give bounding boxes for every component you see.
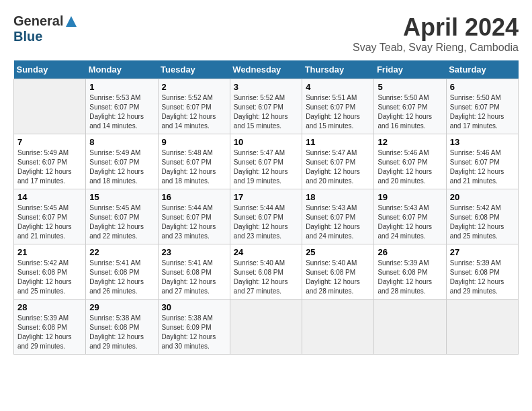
day-info: Sunrise: 5:39 AMSunset: 6:08 PMDaylight:… <box>450 259 515 296</box>
day-number: 10 <box>234 137 298 147</box>
calendar-week-row: 14Sunrise: 5:45 AMSunset: 6:07 PMDayligh… <box>14 189 519 244</box>
calendar-week-row: 21Sunrise: 5:42 AMSunset: 6:08 PMDayligh… <box>14 244 519 300</box>
calendar-cell: 19Sunrise: 5:43 AMSunset: 6:07 PMDayligh… <box>374 189 446 244</box>
day-number: 29 <box>89 302 154 312</box>
calendar-cell: 7Sunrise: 5:49 AMSunset: 6:07 PMDaylight… <box>14 134 86 189</box>
calendar-cell <box>446 300 518 355</box>
logo-blue-text: Blue <box>13 29 42 44</box>
day-number: 7 <box>17 137 82 147</box>
day-info: Sunrise: 5:49 AMSunset: 6:07 PMDaylight:… <box>89 148 154 186</box>
day-info: Sunrise: 5:45 AMSunset: 6:07 PMDaylight:… <box>89 203 154 241</box>
day-number: 15 <box>89 192 154 202</box>
day-info: Sunrise: 5:45 AMSunset: 6:07 PMDaylight:… <box>17 203 82 241</box>
calendar-week-row: 7Sunrise: 5:49 AMSunset: 6:07 PMDaylight… <box>14 134 519 189</box>
day-number: 30 <box>162 302 226 312</box>
day-info: Sunrise: 5:44 AMSunset: 6:07 PMDaylight:… <box>234 203 298 241</box>
day-number: 19 <box>378 192 442 202</box>
calendar-cell: 13Sunrise: 5:46 AMSunset: 6:07 PMDayligh… <box>446 134 518 189</box>
calendar-cell: 22Sunrise: 5:41 AMSunset: 6:08 PMDayligh… <box>86 244 158 300</box>
day-info: Sunrise: 5:53 AMSunset: 6:07 PMDaylight:… <box>89 93 154 131</box>
day-number: 6 <box>450 82 515 92</box>
day-info: Sunrise: 5:50 AMSunset: 6:07 PMDaylight:… <box>450 93 515 131</box>
day-info: Sunrise: 5:51 AMSunset: 6:07 PMDaylight:… <box>306 93 370 131</box>
day-info: Sunrise: 5:41 AMSunset: 6:08 PMDaylight:… <box>162 259 226 296</box>
day-info: Sunrise: 5:40 AMSunset: 6:08 PMDaylight:… <box>306 259 370 296</box>
calendar-cell: 11Sunrise: 5:47 AMSunset: 6:07 PMDayligh… <box>302 134 374 189</box>
logo: General Blue <box>13 13 78 44</box>
calendar-header-row: SundayMondayTuesdayWednesdayThursdayFrid… <box>14 60 519 79</box>
day-number: 9 <box>162 137 226 147</box>
day-info: Sunrise: 5:43 AMSunset: 6:07 PMDaylight:… <box>378 203 442 241</box>
day-number: 4 <box>306 82 370 92</box>
calendar-cell: 8Sunrise: 5:49 AMSunset: 6:07 PMDaylight… <box>86 134 158 189</box>
calendar-cell: 16Sunrise: 5:44 AMSunset: 6:07 PMDayligh… <box>158 189 230 244</box>
calendar-cell: 26Sunrise: 5:39 AMSunset: 6:08 PMDayligh… <box>374 244 446 300</box>
month-year-title: April 2024 <box>353 13 519 42</box>
calendar-cell: 6Sunrise: 5:50 AMSunset: 6:07 PMDaylight… <box>446 79 518 134</box>
day-info: Sunrise: 5:42 AMSunset: 6:08 PMDaylight:… <box>17 259 82 296</box>
calendar-cell <box>302 300 374 355</box>
day-number: 1 <box>89 82 154 92</box>
day-info: Sunrise: 5:46 AMSunset: 6:07 PMDaylight:… <box>378 148 442 186</box>
day-info: Sunrise: 5:44 AMSunset: 6:07 PMDaylight:… <box>162 203 226 241</box>
day-number: 20 <box>450 192 515 202</box>
calendar-cell: 30Sunrise: 5:38 AMSunset: 6:09 PMDayligh… <box>158 300 230 355</box>
day-info: Sunrise: 5:39 AMSunset: 6:08 PMDaylight:… <box>378 259 442 296</box>
header-thursday: Thursday <box>302 60 374 79</box>
header-saturday: Saturday <box>446 60 518 79</box>
day-info: Sunrise: 5:38 AMSunset: 6:09 PMDaylight:… <box>162 314 226 351</box>
header-wednesday: Wednesday <box>230 60 302 79</box>
calendar-cell: 5Sunrise: 5:50 AMSunset: 6:07 PMDaylight… <box>374 79 446 134</box>
day-number: 3 <box>234 82 298 92</box>
day-info: Sunrise: 5:47 AMSunset: 6:07 PMDaylight:… <box>306 148 370 186</box>
calendar-cell: 18Sunrise: 5:43 AMSunset: 6:07 PMDayligh… <box>302 189 374 244</box>
calendar-cell: 25Sunrise: 5:40 AMSunset: 6:08 PMDayligh… <box>302 244 374 300</box>
calendar-cell: 1Sunrise: 5:53 AMSunset: 6:07 PMDaylight… <box>86 79 158 134</box>
day-number: 2 <box>162 82 226 92</box>
calendar-table: SundayMondayTuesdayWednesdayThursdayFrid… <box>13 60 519 355</box>
day-number: 24 <box>234 247 298 257</box>
calendar-cell: 20Sunrise: 5:42 AMSunset: 6:08 PMDayligh… <box>446 189 518 244</box>
day-number: 21 <box>17 247 82 257</box>
day-info: Sunrise: 5:41 AMSunset: 6:08 PMDaylight:… <box>89 259 154 296</box>
calendar-cell: 3Sunrise: 5:52 AMSunset: 6:07 PMDaylight… <box>230 79 302 134</box>
calendar-week-row: 1Sunrise: 5:53 AMSunset: 6:07 PMDaylight… <box>14 79 519 134</box>
calendar-cell: 2Sunrise: 5:52 AMSunset: 6:07 PMDaylight… <box>158 79 230 134</box>
location-subtitle: Svay Teab, Svay Rieng, Cambodia <box>353 42 519 54</box>
day-number: 13 <box>450 137 515 147</box>
calendar-cell: 4Sunrise: 5:51 AMSunset: 6:07 PMDaylight… <box>302 79 374 134</box>
calendar-cell <box>230 300 302 355</box>
day-number: 22 <box>89 247 154 257</box>
calendar-cell: 17Sunrise: 5:44 AMSunset: 6:07 PMDayligh… <box>230 189 302 244</box>
calendar-week-row: 28Sunrise: 5:39 AMSunset: 6:08 PMDayligh… <box>14 300 519 355</box>
day-number: 14 <box>17 192 82 202</box>
logo-icon <box>64 15 78 28</box>
logo-general-text: General <box>13 13 63 29</box>
title-section: April 2024 Svay Teab, Svay Rieng, Cambod… <box>353 13 519 54</box>
day-info: Sunrise: 5:50 AMSunset: 6:07 PMDaylight:… <box>378 93 442 131</box>
day-info: Sunrise: 5:38 AMSunset: 6:08 PMDaylight:… <box>89 314 154 351</box>
day-info: Sunrise: 5:42 AMSunset: 6:08 PMDaylight:… <box>450 203 515 241</box>
day-number: 23 <box>162 247 226 257</box>
day-number: 27 <box>450 247 515 257</box>
header-sunday: Sunday <box>14 60 86 79</box>
day-number: 11 <box>306 137 370 147</box>
day-info: Sunrise: 5:48 AMSunset: 6:07 PMDaylight:… <box>162 148 226 186</box>
calendar-cell: 10Sunrise: 5:47 AMSunset: 6:07 PMDayligh… <box>230 134 302 189</box>
calendar-cell: 21Sunrise: 5:42 AMSunset: 6:08 PMDayligh… <box>14 244 86 300</box>
day-number: 17 <box>234 192 298 202</box>
calendar-cell: 23Sunrise: 5:41 AMSunset: 6:08 PMDayligh… <box>158 244 230 300</box>
calendar-cell: 14Sunrise: 5:45 AMSunset: 6:07 PMDayligh… <box>14 189 86 244</box>
svg-marker-0 <box>66 16 77 27</box>
day-number: 8 <box>89 137 154 147</box>
calendar-cell: 9Sunrise: 5:48 AMSunset: 6:07 PMDaylight… <box>158 134 230 189</box>
day-number: 5 <box>378 82 442 92</box>
day-info: Sunrise: 5:49 AMSunset: 6:07 PMDaylight:… <box>17 148 82 186</box>
calendar-cell: 12Sunrise: 5:46 AMSunset: 6:07 PMDayligh… <box>374 134 446 189</box>
header-friday: Friday <box>374 60 446 79</box>
day-number: 16 <box>162 192 226 202</box>
header-monday: Monday <box>86 60 158 79</box>
calendar-cell: 29Sunrise: 5:38 AMSunset: 6:08 PMDayligh… <box>86 300 158 355</box>
day-info: Sunrise: 5:39 AMSunset: 6:08 PMDaylight:… <box>17 314 82 351</box>
calendar-cell: 27Sunrise: 5:39 AMSunset: 6:08 PMDayligh… <box>446 244 518 300</box>
